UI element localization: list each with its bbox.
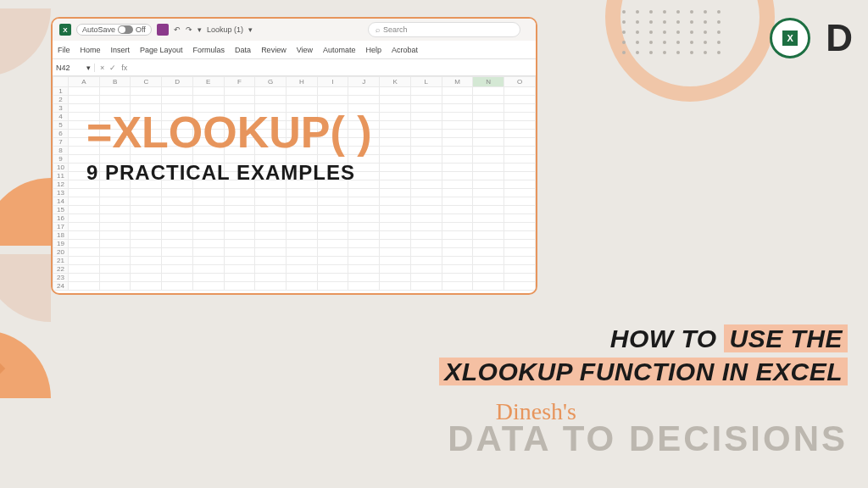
cell[interactable] [380,189,411,197]
cell[interactable] [473,223,504,231]
cell[interactable] [224,282,255,291]
cell[interactable] [380,282,411,291]
cell[interactable] [162,240,193,248]
cell[interactable] [99,240,131,248]
cell[interactable] [192,240,224,248]
cell[interactable] [162,197,193,206]
cell[interactable] [473,231,504,240]
cell[interactable] [69,282,100,291]
cell[interactable] [162,265,193,274]
cell[interactable] [442,223,473,231]
cell[interactable] [224,231,255,240]
cell[interactable] [348,197,380,206]
col-header-j[interactable]: J [348,77,380,87]
col-header-d[interactable]: D [162,77,193,87]
cell[interactable] [162,248,193,257]
cell[interactable] [131,282,162,291]
cell[interactable] [504,240,536,248]
cell[interactable] [255,206,287,214]
row-header-7[interactable]: 7 [53,138,69,147]
cell[interactable] [287,265,318,274]
cell[interactable] [348,265,380,274]
row-header-9[interactable]: 9 [53,155,69,164]
cell[interactable] [287,189,318,197]
tab-home[interactable]: Home [81,46,101,54]
select-all-corner[interactable] [53,77,69,87]
cell[interactable] [224,96,255,104]
cell[interactable] [192,274,224,282]
cell[interactable] [504,223,536,231]
cell[interactable] [504,96,536,104]
cell[interactable] [473,189,504,197]
cell[interactable] [287,240,318,248]
cell[interactable] [287,87,318,96]
cell[interactable] [317,274,348,282]
cell[interactable] [317,240,348,248]
cell[interactable] [192,265,224,274]
col-header-i[interactable]: I [317,77,348,87]
tab-file[interactable]: File [58,46,70,54]
cell[interactable] [69,214,100,223]
cell[interactable] [410,248,442,257]
cell[interactable] [192,206,224,214]
cell[interactable] [224,206,255,214]
cell[interactable] [410,189,442,197]
row-header-2[interactable]: 2 [53,96,69,104]
cell[interactable] [473,214,504,223]
undo-icon[interactable]: ↶ [174,25,181,34]
cell[interactable] [410,257,442,265]
cell[interactable] [255,265,287,274]
cell[interactable] [473,197,504,206]
cell[interactable] [380,87,411,96]
cell[interactable] [442,265,473,274]
cell[interactable] [192,257,224,265]
cell[interactable] [380,206,411,214]
save-icon[interactable] [157,24,169,36]
tab-view[interactable]: View [297,46,313,54]
cell[interactable] [162,189,193,197]
cell[interactable] [410,206,442,214]
cell[interactable] [192,189,224,197]
cell[interactable] [162,223,193,231]
cell[interactable] [69,265,100,274]
cell[interactable] [410,197,442,206]
col-header-f[interactable]: F [224,77,255,87]
cell[interactable] [255,197,287,206]
cell[interactable] [348,87,380,96]
cell[interactable] [192,96,224,104]
cell[interactable] [504,265,536,274]
cell[interactable] [473,265,504,274]
cell[interactable] [69,206,100,214]
cell[interactable] [287,206,318,214]
row-header-3[interactable]: 3 [53,104,69,113]
cell[interactable] [131,265,162,274]
cell[interactable] [348,274,380,282]
chevron-down-icon[interactable]: ▾ [86,64,91,72]
row-header-6[interactable]: 6 [53,130,69,138]
tab-page-layout[interactable]: Page Layout [140,46,183,54]
cell[interactable] [99,87,131,96]
cell[interactable] [287,282,318,291]
cell[interactable] [192,223,224,231]
cell[interactable] [224,248,255,257]
cell[interactable] [99,223,131,231]
cell[interactable] [410,265,442,274]
row-header-17[interactable]: 17 [53,223,69,231]
cell[interactable] [69,257,100,265]
col-header-b[interactable]: B [99,77,131,87]
cell[interactable] [473,274,504,282]
cell[interactable] [410,87,442,96]
name-box[interactable]: N42 ▾ [53,64,95,72]
cell[interactable] [99,248,131,257]
cell[interactable] [131,248,162,257]
cell[interactable] [317,96,348,104]
cell[interactable] [317,223,348,231]
cell[interactable] [131,189,162,197]
redo-icon[interactable]: ↷ [186,25,192,34]
cell[interactable] [317,282,348,291]
cell[interactable] [192,282,224,291]
cell[interactable] [504,87,536,96]
tab-insert[interactable]: Insert [111,46,131,54]
col-header-n[interactable]: N [473,77,504,87]
enter-icon[interactable]: ✓ [109,64,116,72]
